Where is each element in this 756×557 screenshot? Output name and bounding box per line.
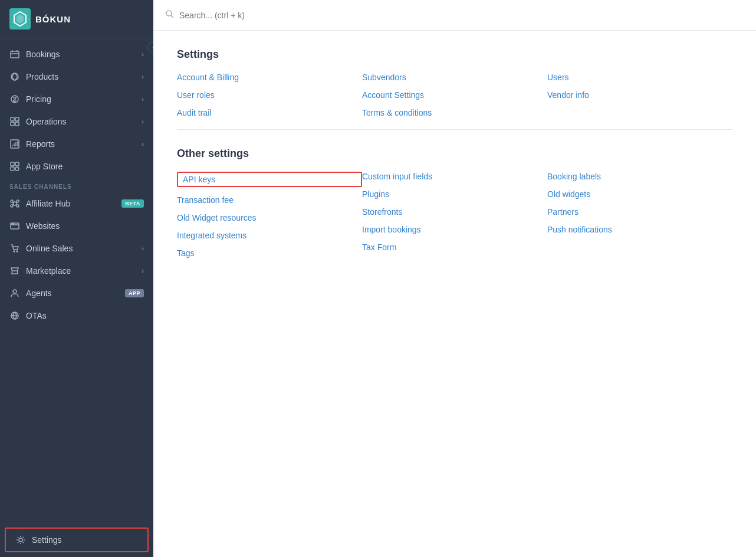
sidebar-item-online-sales[interactable]: Online Sales ›: [0, 237, 153, 260]
operations-icon: [9, 116, 20, 127]
link-user-roles[interactable]: User roles: [177, 90, 362, 100]
other-settings-column-2: Custom input fields Plugins Storefronts …: [362, 172, 547, 258]
logo-text: BÓKUN: [35, 14, 71, 24]
link-integrated-systems[interactable]: Integrated systems: [177, 231, 362, 240]
search-icon: [165, 9, 175, 21]
sidebar-item-settings[interactable]: Settings: [5, 527, 149, 552]
sidebar: BÓKUN ‹ Bookings ›: [0, 0, 153, 557]
otas-label: OTAs: [26, 311, 47, 320]
sidebar-item-marketplace[interactable]: Marketplace ›: [0, 260, 153, 282]
link-terms-conditions[interactable]: Terms & conditions: [362, 108, 547, 117]
sidebar-item-agents[interactable]: Agents APP: [0, 282, 153, 304]
other-settings-column-1: API keys Transaction fee Old Widget reso…: [177, 172, 362, 258]
svg-rect-4: [11, 117, 14, 121]
svg-point-21: [14, 251, 15, 252]
otas-icon: [9, 310, 20, 321]
link-booking-labels[interactable]: Booking labels: [547, 172, 732, 181]
sidebar-item-reports[interactable]: Reports ›: [0, 133, 153, 155]
link-old-widgets[interactable]: Old widgets: [547, 189, 732, 199]
settings-title: Settings: [177, 48, 732, 61]
products-chevron: ›: [142, 73, 144, 80]
online-sales-icon: [9, 243, 20, 254]
svg-rect-7: [15, 122, 19, 126]
link-storefronts[interactable]: Storefronts: [362, 207, 547, 217]
operations-label: Operations: [26, 117, 66, 126]
link-subvendors[interactable]: Subvendors: [362, 73, 547, 82]
settings-column-2: Subvendors Account Settings Terms & cond…: [362, 73, 547, 117]
link-vendor-info[interactable]: Vendor info: [547, 90, 732, 100]
search-box[interactable]: [165, 9, 297, 21]
sidebar-item-otas[interactable]: OTAs: [0, 304, 153, 327]
topbar: [153, 0, 756, 31]
app-store-icon: [9, 161, 20, 172]
settings-column-3: Users Vendor info: [547, 73, 732, 117]
content-area: Settings Account & Billing User roles Au…: [153, 31, 756, 557]
reports-label: Reports: [26, 139, 55, 149]
app-store-label: App Store: [26, 162, 63, 171]
link-old-widget-resources[interactable]: Old Widget resources: [177, 213, 362, 222]
link-import-bookings[interactable]: Import bookings: [362, 225, 547, 234]
pricing-label: Pricing: [26, 94, 51, 104]
products-icon: [9, 71, 20, 82]
link-transaction-fee[interactable]: Transaction fee: [177, 195, 362, 205]
sidebar-item-websites[interactable]: Websites: [0, 215, 153, 237]
sidebar-item-products[interactable]: Products ›: [0, 65, 153, 88]
svg-rect-11: [11, 167, 14, 171]
sidebar-item-app-store[interactable]: App Store: [0, 155, 153, 178]
link-tax-form[interactable]: Tax Form: [362, 243, 547, 252]
svg-rect-9: [11, 162, 14, 166]
sidebar-item-affiliate-hub[interactable]: Affiliate Hub BETA: [0, 192, 153, 215]
sidebar-nav: Bookings › Products ›: [0, 38, 153, 523]
marketplace-icon: [9, 266, 20, 276]
bookings-chevron: ›: [142, 51, 144, 58]
online-sales-label: Online Sales: [26, 244, 73, 253]
pricing-chevron: ›: [142, 96, 144, 103]
pricing-icon: [9, 94, 20, 104]
svg-point-20: [13, 224, 14, 224]
svg-point-19: [12, 224, 12, 224]
link-users[interactable]: Users: [547, 73, 732, 82]
agents-label: Agents: [26, 289, 52, 298]
bookings-icon: [9, 49, 20, 60]
settings-label: Settings: [32, 535, 62, 545]
logo-area: BÓKUN: [0, 0, 153, 38]
sales-channels-section-label: SALES CHANNELS: [0, 178, 153, 192]
svg-point-26: [166, 11, 172, 16]
svg-rect-6: [11, 122, 14, 126]
settings-section: Settings Account & Billing User roles Au…: [177, 48, 732, 130]
online-sales-chevron: ›: [142, 245, 144, 252]
link-push-notifications[interactable]: Push notifications: [547, 225, 732, 234]
products-label: Products: [26, 72, 58, 81]
sidebar-item-operations[interactable]: Operations ›: [0, 110, 153, 133]
link-tags[interactable]: Tags: [177, 248, 362, 258]
svg-point-25: [19, 538, 22, 542]
link-account-billing[interactable]: Account & Billing: [177, 73, 362, 82]
main-content: Settings Account & Billing User roles Au…: [153, 0, 756, 557]
link-partners[interactable]: Partners: [547, 207, 732, 217]
link-account-settings[interactable]: Account Settings: [362, 90, 547, 100]
websites-icon: [9, 221, 20, 231]
other-settings-grid: API keys Transaction fee Old Widget reso…: [177, 172, 732, 270]
link-audit-trail[interactable]: Audit trail: [177, 108, 362, 117]
svg-rect-1: [11, 51, 19, 58]
svg-point-23: [13, 290, 17, 293]
link-plugins[interactable]: Plugins: [362, 189, 547, 199]
other-settings-title: Other settings: [177, 148, 732, 160]
svg-point-12: [15, 167, 19, 171]
other-settings-section: Other settings API keys Transaction fee …: [177, 148, 732, 270]
agents-icon: [9, 288, 20, 299]
affiliate-hub-icon: [9, 198, 20, 209]
sidebar-item-bookings[interactable]: Bookings ›: [0, 43, 153, 65]
marketplace-chevron: ›: [142, 267, 144, 274]
link-custom-input-fields[interactable]: Custom input fields: [362, 172, 547, 181]
reports-icon: [9, 139, 20, 149]
marketplace-label: Marketplace: [26, 266, 71, 276]
svg-point-14: [11, 200, 13, 202]
sidebar-item-pricing[interactable]: Pricing ›: [0, 88, 153, 110]
link-api-keys[interactable]: API keys: [177, 172, 362, 187]
settings-grid: Account & Billing User roles Audit trail…: [177, 73, 732, 130]
operations-chevron: ›: [142, 118, 144, 125]
search-input[interactable]: [179, 11, 297, 20]
svg-rect-5: [15, 117, 19, 121]
settings-column-1: Account & Billing User roles Audit trail: [177, 73, 362, 117]
